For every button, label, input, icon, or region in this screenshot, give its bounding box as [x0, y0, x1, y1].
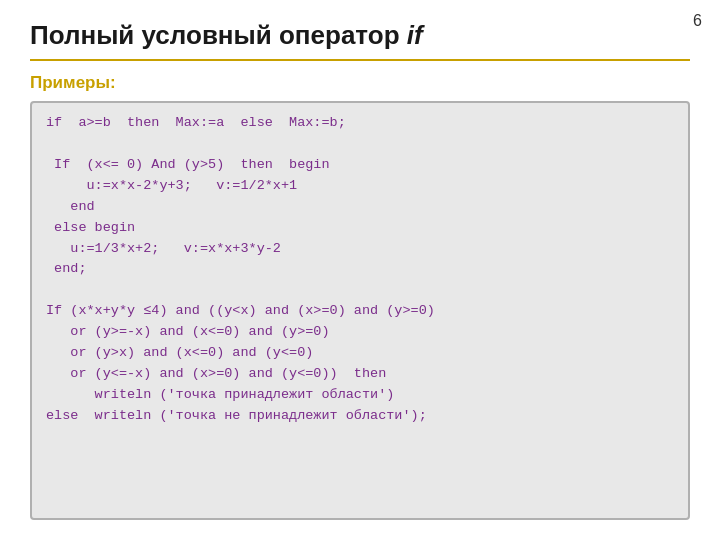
slide-title-text: Полный условный оператор [30, 20, 407, 50]
code-content: if a>=b then Max:=a else Max:=b; If (x<=… [46, 113, 674, 427]
code-box: if a>=b then Max:=a else Max:=b; If (x<=… [30, 101, 690, 520]
slide-container: 6 Полный условный оператор if Примеры: i… [0, 0, 720, 540]
slide-title: Полный условный оператор if [30, 20, 690, 51]
page-number: 6 [693, 12, 702, 30]
title-area: Полный условный оператор if [30, 20, 690, 61]
examples-label: Примеры: [30, 73, 690, 93]
slide-title-italic: if [407, 20, 423, 50]
